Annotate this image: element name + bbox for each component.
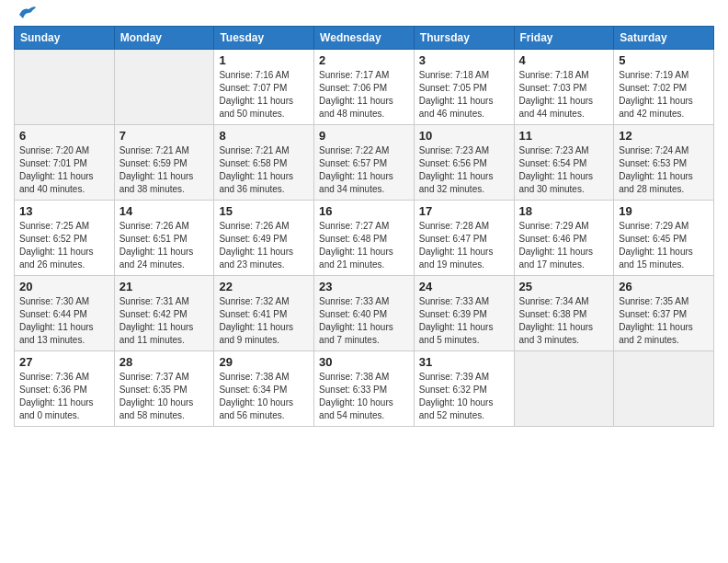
- day-number: 15: [219, 204, 309, 218]
- day-info: Sunrise: 7:20 AM Sunset: 7:01 PM Dayligh…: [19, 144, 109, 196]
- calendar-cell: 18Sunrise: 7:29 AM Sunset: 6:46 PM Dayli…: [514, 201, 614, 276]
- day-info: Sunrise: 7:35 AM Sunset: 6:37 PM Dayligh…: [619, 295, 709, 347]
- day-info: Sunrise: 7:29 AM Sunset: 6:45 PM Dayligh…: [619, 220, 709, 271]
- day-info: Sunrise: 7:19 AM Sunset: 7:02 PM Dayligh…: [619, 69, 709, 121]
- calendar-cell: 8Sunrise: 7:21 AM Sunset: 6:58 PM Daylig…: [214, 125, 314, 201]
- day-header-tuesday: Tuesday: [214, 27, 314, 50]
- calendar-cell: 3Sunrise: 7:18 AM Sunset: 7:05 PM Daylig…: [414, 50, 514, 125]
- day-number: 23: [319, 280, 409, 293]
- day-info: Sunrise: 7:39 AM Sunset: 6:32 PM Dayligh…: [419, 371, 509, 422]
- day-info: Sunrise: 7:17 AM Sunset: 7:06 PM Dayligh…: [319, 69, 409, 121]
- calendar-header-row: SundayMondayTuesdayWednesdayThursdayFrid…: [15, 27, 714, 50]
- day-info: Sunrise: 7:26 AM Sunset: 6:51 PM Dayligh…: [119, 220, 210, 271]
- calendar-cell: 28Sunrise: 7:37 AM Sunset: 6:35 PM Dayli…: [114, 351, 214, 427]
- day-number: 10: [419, 129, 509, 143]
- calendar-cell: 10Sunrise: 7:23 AM Sunset: 6:56 PM Dayli…: [414, 125, 514, 201]
- day-info: Sunrise: 7:21 AM Sunset: 6:59 PM Dayligh…: [119, 144, 210, 196]
- day-info: Sunrise: 7:34 AM Sunset: 6:38 PM Dayligh…: [519, 295, 609, 347]
- logo: [14, 9, 36, 18]
- calendar-cell: 7Sunrise: 7:21 AM Sunset: 6:59 PM Daylig…: [114, 125, 214, 201]
- calendar-cell: 31Sunrise: 7:39 AM Sunset: 6:32 PM Dayli…: [414, 351, 514, 427]
- day-info: Sunrise: 7:32 AM Sunset: 6:41 PM Dayligh…: [219, 295, 309, 347]
- calendar-cell: 21Sunrise: 7:31 AM Sunset: 6:42 PM Dayli…: [114, 276, 214, 351]
- calendar-cell: 6Sunrise: 7:20 AM Sunset: 7:01 PM Daylig…: [15, 125, 115, 201]
- day-number: 11: [519, 129, 609, 143]
- calendar-cell: 25Sunrise: 7:34 AM Sunset: 6:38 PM Dayli…: [514, 276, 614, 351]
- day-number: 14: [119, 204, 210, 218]
- calendar-cell: 26Sunrise: 7:35 AM Sunset: 6:37 PM Dayli…: [614, 276, 714, 351]
- calendar-cell: 11Sunrise: 7:23 AM Sunset: 6:54 PM Dayli…: [514, 125, 614, 201]
- calendar-table: SundayMondayTuesdayWednesdayThursdayFrid…: [14, 26, 714, 427]
- calendar-cell: 20Sunrise: 7:30 AM Sunset: 6:44 PM Dayli…: [15, 276, 115, 351]
- calendar-cell: 27Sunrise: 7:36 AM Sunset: 6:36 PM Dayli…: [15, 351, 115, 427]
- day-info: Sunrise: 7:36 AM Sunset: 6:36 PM Dayligh…: [19, 371, 109, 422]
- calendar-cell: 13Sunrise: 7:25 AM Sunset: 6:52 PM Dayli…: [15, 201, 115, 276]
- calendar-cell: [614, 351, 714, 427]
- day-info: Sunrise: 7:38 AM Sunset: 6:33 PM Dayligh…: [319, 371, 409, 422]
- day-number: 7: [119, 129, 210, 143]
- day-number: 20: [19, 280, 109, 293]
- day-number: 12: [619, 129, 709, 143]
- day-header-monday: Monday: [114, 27, 214, 50]
- day-info: Sunrise: 7:37 AM Sunset: 6:35 PM Dayligh…: [119, 371, 210, 422]
- calendar-cell: 14Sunrise: 7:26 AM Sunset: 6:51 PM Dayli…: [114, 201, 214, 276]
- calendar-cell: 24Sunrise: 7:33 AM Sunset: 6:39 PM Dayli…: [414, 276, 514, 351]
- day-number: 28: [119, 355, 210, 369]
- day-info: Sunrise: 7:27 AM Sunset: 6:48 PM Dayligh…: [319, 220, 409, 271]
- calendar-cell: 15Sunrise: 7:26 AM Sunset: 6:49 PM Dayli…: [214, 201, 314, 276]
- day-number: 30: [319, 355, 409, 369]
- day-header-sunday: Sunday: [15, 27, 115, 50]
- day-number: 21: [119, 280, 210, 293]
- day-number: 26: [619, 280, 709, 293]
- calendar-cell: [114, 50, 214, 125]
- calendar-cell: 12Sunrise: 7:24 AM Sunset: 6:53 PM Dayli…: [614, 125, 714, 201]
- calendar-week-4: 20Sunrise: 7:30 AM Sunset: 6:44 PM Dayli…: [15, 276, 714, 351]
- day-info: Sunrise: 7:23 AM Sunset: 6:54 PM Dayligh…: [519, 144, 609, 196]
- day-number: 3: [419, 53, 509, 67]
- day-number: 6: [19, 129, 109, 143]
- day-info: Sunrise: 7:31 AM Sunset: 6:42 PM Dayligh…: [119, 295, 210, 347]
- day-number: 1: [219, 53, 309, 67]
- day-number: 9: [319, 129, 409, 143]
- day-header-saturday: Saturday: [614, 27, 714, 50]
- day-info: Sunrise: 7:25 AM Sunset: 6:52 PM Dayligh…: [19, 220, 109, 271]
- day-header-friday: Friday: [514, 27, 614, 50]
- calendar-week-2: 6Sunrise: 7:20 AM Sunset: 7:01 PM Daylig…: [15, 125, 714, 201]
- day-info: Sunrise: 7:18 AM Sunset: 7:05 PM Dayligh…: [419, 69, 509, 121]
- day-info: Sunrise: 7:22 AM Sunset: 6:57 PM Dayligh…: [319, 144, 409, 196]
- day-number: 18: [519, 204, 609, 218]
- calendar-cell: 4Sunrise: 7:18 AM Sunset: 7:03 PM Daylig…: [514, 50, 614, 125]
- calendar-cell: 30Sunrise: 7:38 AM Sunset: 6:33 PM Dayli…: [314, 351, 415, 427]
- day-number: 22: [219, 280, 309, 293]
- day-info: Sunrise: 7:18 AM Sunset: 7:03 PM Dayligh…: [519, 69, 609, 121]
- calendar-cell: 16Sunrise: 7:27 AM Sunset: 6:48 PM Dayli…: [314, 201, 415, 276]
- day-number: 19: [619, 204, 709, 218]
- day-info: Sunrise: 7:28 AM Sunset: 6:47 PM Dayligh…: [419, 220, 509, 271]
- day-header-thursday: Thursday: [414, 27, 514, 50]
- day-info: Sunrise: 7:26 AM Sunset: 6:49 PM Dayligh…: [219, 220, 309, 271]
- day-number: 2: [319, 53, 409, 67]
- day-info: Sunrise: 7:38 AM Sunset: 6:34 PM Dayligh…: [219, 371, 309, 422]
- day-number: 5: [619, 53, 709, 67]
- day-number: 31: [419, 355, 509, 369]
- day-info: Sunrise: 7:23 AM Sunset: 6:56 PM Dayligh…: [419, 144, 509, 196]
- day-info: Sunrise: 7:21 AM Sunset: 6:58 PM Dayligh…: [219, 144, 309, 196]
- calendar-cell: [15, 50, 115, 125]
- calendar-cell: 23Sunrise: 7:33 AM Sunset: 6:40 PM Dayli…: [314, 276, 415, 351]
- logo-bird-icon: [16, 6, 36, 22]
- calendar-cell: 1Sunrise: 7:16 AM Sunset: 7:07 PM Daylig…: [214, 50, 314, 125]
- day-info: Sunrise: 7:33 AM Sunset: 6:40 PM Dayligh…: [319, 295, 409, 347]
- calendar-week-1: 1Sunrise: 7:16 AM Sunset: 7:07 PM Daylig…: [15, 50, 714, 125]
- calendar-cell: 2Sunrise: 7:17 AM Sunset: 7:06 PM Daylig…: [314, 50, 415, 125]
- calendar-cell: 19Sunrise: 7:29 AM Sunset: 6:45 PM Dayli…: [614, 201, 714, 276]
- calendar-cell: 9Sunrise: 7:22 AM Sunset: 6:57 PM Daylig…: [314, 125, 415, 201]
- day-number: 25: [519, 280, 609, 293]
- day-number: 16: [319, 204, 409, 218]
- calendar-cell: 17Sunrise: 7:28 AM Sunset: 6:47 PM Dayli…: [414, 201, 514, 276]
- day-info: Sunrise: 7:29 AM Sunset: 6:46 PM Dayligh…: [519, 220, 609, 271]
- day-info: Sunrise: 7:30 AM Sunset: 6:44 PM Dayligh…: [19, 295, 109, 347]
- day-info: Sunrise: 7:33 AM Sunset: 6:39 PM Dayligh…: [419, 295, 509, 347]
- calendar-cell: 29Sunrise: 7:38 AM Sunset: 6:34 PM Dayli…: [214, 351, 314, 427]
- day-info: Sunrise: 7:16 AM Sunset: 7:07 PM Dayligh…: [219, 69, 309, 121]
- calendar-cell: 5Sunrise: 7:19 AM Sunset: 7:02 PM Daylig…: [614, 50, 714, 125]
